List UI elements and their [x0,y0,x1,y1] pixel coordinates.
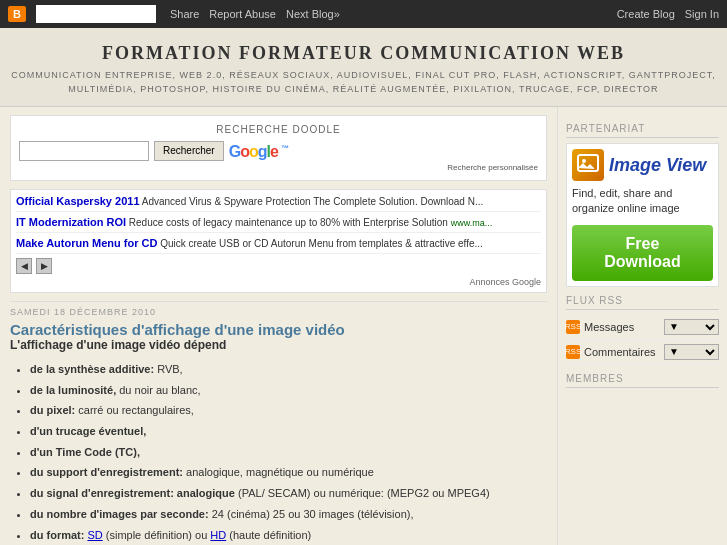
google-search-button[interactable]: Rechercher [154,141,224,161]
site-header: FORMATION FORMATEUR COMMUNICATION WEB CO… [0,28,727,107]
navbar-search-input[interactable] [36,5,156,23]
format-hd-link[interactable]: HD [210,529,226,541]
svg-point-1 [582,159,586,163]
google-search-input[interactable] [19,141,149,161]
rss-messages: RSS Messages ▼ [566,315,719,340]
list-item: du pixel: carré ou rectangulaires, [30,401,547,420]
ad-item: IT Modernization ROI Reduce costs of leg… [16,216,541,233]
imageview-name: Image View [609,155,706,176]
partenariat-title: PARTENARIAT [566,123,719,138]
google-brand: Google ™ [229,143,289,161]
sign-in-link[interactable]: Sign In [685,8,719,20]
list-item: d'un Time Code (TC), [30,443,547,462]
ads-footer: Annonces Google [16,277,541,287]
list-item: du support d'enregistrement: analogique,… [30,463,547,482]
list-item: du nombre d'images par seconde: 24 (ciné… [30,505,547,524]
members-title: MEMBRES [566,373,719,388]
rss-messages-label: Messages [584,321,634,333]
next-blog-link[interactable]: Next Blog» [286,8,340,20]
svg-rect-0 [578,155,598,171]
navbar: B Share Report Abuse Next Blog» Create B… [0,0,727,28]
nav-links: Share Report Abuse Next Blog» [170,8,340,20]
sidebar: PARTENARIAT Image View Find, edit, share… [557,107,727,545]
rss-commentaires-label: Commentaires [584,346,656,358]
ad-link-1[interactable]: Official Kaspersky 2011 [16,195,140,207]
list-item: d'un trucage éventuel, [30,422,547,441]
ad-item: Official Kaspersky 2011 Advanced Virus &… [16,195,541,212]
ads-next-button[interactable]: ▶ [36,258,52,274]
free-download-button[interactable]: Free Download [572,225,713,281]
rss-icon-messages: RSS [566,320,580,334]
post1-body: de la synthèse additive: RVB, de la lumi… [10,360,547,545]
ad-text-1: Advanced Virus & Spyware Protection The … [142,196,483,207]
google-personalisee: Recherche personnalisée [447,163,538,172]
site-title: FORMATION FORMATEUR COMMUNICATION WEB [10,43,717,64]
ads-area: Official Kaspersky 2011 Advanced Virus &… [10,189,547,293]
post1-subtitle: L'affichage d'une image vidéo dépend [10,338,547,352]
rss-messages-select[interactable]: ▼ [664,319,719,335]
rss-commentaires-select[interactable]: ▼ [664,344,719,360]
rss-commentaires: RSS Commentaires ▼ [566,340,719,365]
ad-url-2: www.ma... [451,218,493,228]
ad-text-2: Reduce costs of legacy maintenance up to… [129,217,448,228]
share-link[interactable]: Share [170,8,199,20]
ads-prev-button[interactable]: ◀ [16,258,32,274]
search-label: RECHERCHE DOODLE [19,124,538,135]
page-wrapper: RECHERCHE DOODLE Rechercher Google ™ Rec… [0,107,727,545]
imageview-tagline: Find, edit, share and organize online im… [572,186,713,217]
post1-list: de la synthèse additive: RVB, de la lumi… [30,360,547,545]
ad-link-3[interactable]: Make Autorun Menu for CD [16,237,157,249]
post1-date: SAMEDI 18 DÉCEMBRE 2010 [10,301,547,317]
search-row: Rechercher Google ™ [19,140,538,161]
ad-text-3: Quick create USB or CD Autorun Menu from… [160,238,483,249]
ad-item: Make Autorun Menu for CD Quick create US… [16,237,541,254]
google-logo-text: Google ™ [229,143,289,161]
imageview-icon [572,149,604,181]
site-subtitle: COMMUNICATION ENTREPRISE, WEB 2.0, RÉSEA… [10,69,717,96]
rss-icon-commentaires: RSS [566,345,580,359]
format-sd-link[interactable]: SD [87,529,102,541]
report-abuse-link[interactable]: Report Abuse [209,8,276,20]
post1-title[interactable]: Caractéristiques d'affichage d'une image… [10,321,345,338]
imageview-logo: Image View [572,149,713,181]
create-blog-link[interactable]: Create Blog [617,8,675,20]
list-item: de la luminosité, du noir au blanc, [30,381,547,400]
flux-rss-title: FLUX RSS [566,295,719,310]
content-wrapper: RECHERCHE DOODLE Rechercher Google ™ Rec… [0,107,727,545]
ad-link-2[interactable]: IT Modernization ROI [16,216,126,228]
partenariat-box: Image View Find, edit, share and organiz… [566,143,719,287]
list-item: de la synthèse additive: RVB, [30,360,547,379]
list-item: du format: SD (simple définition) ou HD … [30,526,547,545]
ads-navigation: ◀ ▶ [16,258,541,274]
main-column: RECHERCHE DOODLE Rechercher Google ™ Rec… [0,107,557,545]
blogger-logo: B [8,6,26,22]
right-links: Create Blog Sign In [617,8,719,20]
list-item: du signal d'enregistrement: analogique (… [30,484,547,503]
google-search-widget: RECHERCHE DOODLE Rechercher Google ™ Rec… [10,115,547,181]
